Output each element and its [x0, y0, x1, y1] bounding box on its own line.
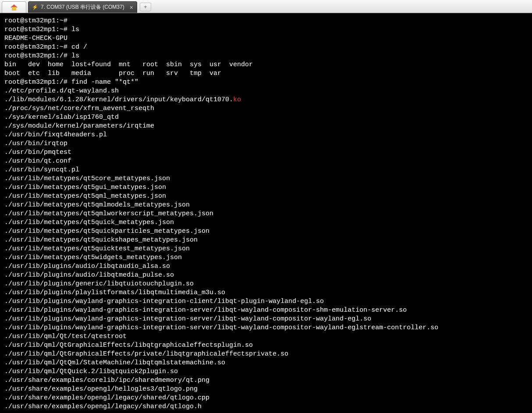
terminal-line: ./usr/lib/metatypes/qt5gui_metatypes.jso…	[4, 183, 528, 192]
terminal-line: ./sys/module/kernel/parameters/irqtime	[4, 122, 528, 131]
terminal-line: ./usr/share/examples/corelib/ipc/sharedm…	[4, 376, 528, 385]
terminal-line: ./usr/lib/metatypes/qt5qmlworkerscript_m…	[4, 210, 528, 218]
terminal-line: ./usr/lib/metatypes/qt5quickparticles_me…	[4, 227, 528, 236]
home-tab[interactable]	[2, 1, 26, 13]
terminal-line: ./usr/bin/fixqt4headers.pl	[4, 131, 528, 139]
terminal-line: ./usr/lib/qml/QtQml/StateMachine/libqtqm…	[4, 359, 528, 367]
terminal-line: ./usr/lib/plugins/wayland-graphics-integ…	[4, 306, 528, 315]
terminal-line: ./usr/lib/plugins/wayland-graphics-integ…	[4, 297, 528, 306]
lightning-icon: ⚡	[32, 4, 38, 10]
terminal-line: root@stm32mp1:~# cd /	[4, 43, 528, 52]
terminal-line: ./usr/lib/plugins/wayland-graphics-integ…	[4, 315, 528, 324]
terminal-line: ./usr/lib/metatypes/qt5quicktest_metatyp…	[4, 245, 528, 253]
terminal-line: ./usr/lib/plugins/wayland-graphics-integ…	[4, 324, 528, 332]
tab-close-button[interactable]: ×	[130, 4, 133, 11]
active-tab[interactable]: ⚡ 7. COM37 (USB 串行设备 (COM37) ×	[28, 1, 137, 13]
home-icon	[11, 4, 18, 11]
terminal-line: ./usr/lib/plugins/audio/libqtmedia_pulse…	[4, 271, 528, 280]
tab-title: 7. COM37 (USB 串行设备 (COM37)	[41, 4, 124, 11]
terminal-output[interactable]: root@stm32mp1:~#root@stm32mp1:~# lsREADM…	[0, 13, 532, 413]
terminal-line: ./usr/bin/syncqt.pl	[4, 166, 528, 174]
terminal-line: ./usr/lib/qml/Qt/test/qtestroot	[4, 332, 528, 341]
terminal-line: ./usr/lib/qml/QtGraphicalEffects/private…	[4, 350, 528, 359]
terminal-line: ./sys/kernel/slab/isp1760_qtd	[4, 113, 528, 122]
terminal-line: root@stm32mp1:/# find -name "*qt*"	[4, 78, 528, 87]
terminal-line: ./usr/lib/qml/QtQuick.2/libqtquick2plugi…	[4, 367, 528, 376]
terminal-line: ./usr/bin/irqtop	[4, 139, 528, 148]
terminal-line: ./usr/lib/plugins/generic/libqtuiotouchp…	[4, 280, 528, 288]
terminal-line: ./usr/lib/metatypes/qt5widgets_metatypes…	[4, 253, 528, 262]
terminal-line: ./usr/lib/metatypes/qt5core_metatypes.js…	[4, 174, 528, 183]
terminal-line: root@stm32mp1:~#	[4, 17, 528, 25]
terminal-line: ./usr/lib/metatypes/qt5quick_metatypes.j…	[4, 218, 528, 227]
terminal-line: ./proc/sys/net/core/xfrm_aevent_rseqth	[4, 104, 528, 113]
terminal-line: bin dev home lost+found mnt root sbin sy…	[4, 61, 528, 69]
terminal-line: ./usr/share/examples/opengl/hellogles3/q…	[4, 385, 528, 394]
terminal-line: ./usr/lib/metatypes/qt5quickshapes_metat…	[4, 236, 528, 245]
terminal-line: ./usr/bin/pmqtest	[4, 148, 528, 157]
terminal-line: ./usr/lib/plugins/audio/libqtaudio_alsa.…	[4, 262, 528, 271]
terminal-line: root@stm32mp1:~# ls	[4, 25, 528, 34]
terminal-line: ./etc/profile.d/qt-wayland.sh	[4, 87, 528, 96]
terminal-line: ./usr/lib/metatypes/qt5qmlmodels_metatyp…	[4, 201, 528, 210]
terminal-line: ./usr/bin/qt.conf	[4, 157, 528, 166]
terminal-line: ./usr/lib/qml/QtGraphicalEffects/libqtgr…	[4, 341, 528, 350]
new-tab-button[interactable]: +	[140, 3, 151, 11]
terminal-line: ./usr/share/examples/opengl/legacy/share…	[4, 394, 528, 402]
terminal-line: boot etc lib media proc run srv tmp var	[4, 69, 528, 78]
terminal-line: ./usr/lib/metatypes/qt5qml_metatypes.jso…	[4, 192, 528, 201]
terminal-line: ./lib/modules/6.1.28/kernel/drivers/inpu…	[4, 96, 528, 104]
terminal-line: README-CHECK-GPU	[4, 34, 528, 43]
terminal-line: root@stm32mp1:/# ls	[4, 52, 528, 61]
terminal-line: ./usr/share/examples/opengl/legacy/share…	[4, 402, 528, 411]
tab-bar: ⚡ 7. COM37 (USB 串行设备 (COM37) × +	[0, 0, 532, 13]
terminal-line: ./usr/lib/plugins/playlistformats/libqtm…	[4, 288, 528, 297]
